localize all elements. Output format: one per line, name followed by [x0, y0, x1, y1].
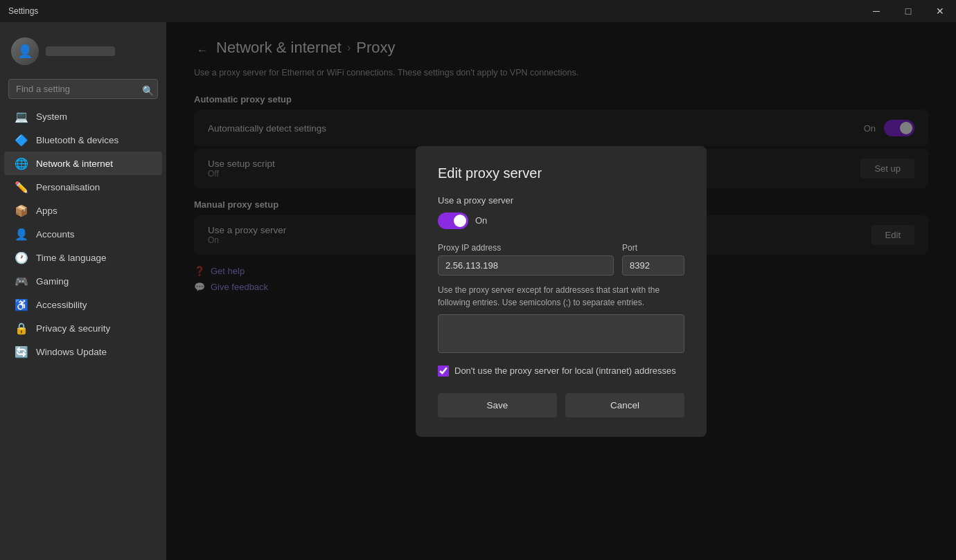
titlebar: Settings ─ □ ✕: [0, 0, 956, 22]
sidebar-item-label-apps: Apps: [36, 206, 57, 216]
sidebar-item-label-personalisation: Personalisation: [36, 182, 100, 192]
modal-proxy-toggle[interactable]: [438, 213, 468, 229]
sidebar-item-time[interactable]: 🕐 Time & language: [4, 246, 162, 269]
personalisation-icon: ✏️: [15, 181, 28, 193]
bluetooth-icon: 🔷: [15, 134, 28, 146]
ip-label: Proxy IP address: [438, 243, 614, 253]
search-container: 🔍: [0, 76, 166, 105]
sidebar-item-accessibility[interactable]: ♿ Accessibility: [4, 293, 162, 316]
sidebar-item-label-accessibility: Accessibility: [36, 300, 87, 310]
avatar: 👤: [11, 37, 39, 65]
time-icon: 🕐: [15, 251, 28, 264]
cancel-button[interactable]: Cancel: [565, 393, 684, 417]
main-content: ← Network & internet › Proxy Use a proxy…: [166, 22, 956, 560]
avatar-image: 👤: [11, 37, 39, 65]
system-icon: 💻: [15, 110, 28, 123]
sidebar-item-windows-update[interactable]: 🔄 Windows Update: [4, 340, 162, 363]
sidebar-item-privacy[interactable]: 🔒 Privacy & security: [4, 316, 162, 340]
exceptions-textarea[interactable]: [438, 314, 684, 353]
proxy-toggle-label: Use a proxy server: [438, 195, 684, 206]
gaming-icon: 🎮: [15, 275, 28, 287]
sidebar-item-label-accounts: Accounts: [36, 229, 75, 240]
sidebar-item-accounts[interactable]: 👤 Accounts: [4, 222, 162, 246]
user-profile: 👤: [0, 30, 166, 76]
apps-icon: 📦: [15, 204, 28, 217]
window-title: Settings: [8, 6, 38, 16]
sidebar-item-gaming[interactable]: 🎮 Gaming: [4, 269, 162, 293]
modal-toggle-knob: [454, 215, 466, 227]
modal-title: Edit proxy server: [438, 165, 684, 181]
ip-input[interactable]: [438, 255, 614, 276]
modal-toggle-row: On: [438, 213, 684, 229]
modal-toggle-state: On: [475, 215, 487, 226]
local-intranet-checkbox[interactable]: [438, 365, 449, 377]
sidebar-item-label-time: Time & language: [36, 253, 107, 263]
sidebar-item-personalisation[interactable]: ✏️ Personalisation: [4, 175, 162, 199]
sidebar-item-apps[interactable]: 📦 Apps: [4, 199, 162, 222]
modal-buttons: Save Cancel: [438, 393, 684, 417]
save-button[interactable]: Save: [438, 393, 557, 417]
sidebar-item-network[interactable]: 🌐 Network & internet: [4, 152, 162, 175]
window-controls: ─ □ ✕: [860, 0, 956, 22]
sidebar-item-label-windows-update: Windows Update: [36, 347, 107, 357]
sidebar-item-system[interactable]: 💻 System: [4, 105, 162, 128]
app-container: 👤 🔍 💻 System 🔷 Bluetooth & devices 🌐 Net…: [0, 22, 956, 560]
sidebar-item-label-gaming: Gaming: [36, 276, 69, 287]
sidebar-item-label-network: Network & internet: [36, 159, 113, 169]
checkbox-row: Don't use the proxy server for local (in…: [438, 365, 684, 377]
sidebar-item-label-bluetooth: Bluetooth & devices: [36, 135, 118, 145]
minimize-button[interactable]: ─: [860, 0, 892, 22]
network-icon: 🌐: [15, 157, 28, 170]
accounts-icon: 👤: [15, 228, 28, 240]
sidebar-item-bluetooth[interactable]: 🔷 Bluetooth & devices: [4, 128, 162, 152]
port-input[interactable]: [622, 255, 684, 276]
port-label: Port: [622, 243, 684, 253]
checkbox-label: Don't use the proxy server for local (in…: [454, 365, 676, 376]
sidebar-item-label-system: System: [36, 111, 67, 122]
sidebar: 👤 🔍 💻 System 🔷 Bluetooth & devices 🌐 Net…: [0, 22, 166, 560]
modal-overlay: Edit proxy server Use a proxy server On …: [166, 22, 956, 560]
close-button[interactable]: ✕: [924, 0, 956, 22]
ip-port-row: Proxy IP address Port: [438, 243, 684, 276]
exceptions-note: Use the proxy server except for addresse…: [438, 284, 684, 309]
username: [46, 46, 115, 56]
ip-group: Proxy IP address: [438, 243, 614, 276]
search-input[interactable]: [8, 79, 158, 99]
search-icon[interactable]: 🔍: [142, 85, 154, 96]
windows-update-icon: 🔄: [15, 345, 28, 358]
edit-proxy-modal: Edit proxy server Use a proxy server On …: [416, 146, 707, 437]
maximize-button[interactable]: □: [892, 0, 924, 22]
nav-list: 💻 System 🔷 Bluetooth & devices 🌐 Network…: [0, 105, 166, 363]
sidebar-item-label-privacy: Privacy & security: [36, 323, 110, 334]
accessibility-icon: ♿: [15, 298, 28, 311]
privacy-icon: 🔒: [15, 322, 28, 334]
port-group: Port: [622, 243, 684, 276]
